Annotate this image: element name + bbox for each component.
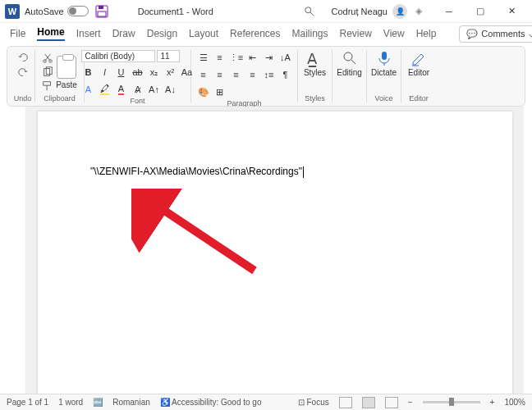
decrease-indent-button[interactable]: ⇤ <box>245 50 260 65</box>
styles-group-label: Styles <box>305 94 325 102</box>
text-effects-button[interactable]: A <box>81 82 96 97</box>
language-indicator[interactable]: Romanian <box>112 398 150 407</box>
font-size-select[interactable]: 11 <box>157 50 180 62</box>
focus-mode-button[interactable]: ⊡ Focus <box>298 398 329 407</box>
tab-view[interactable]: View <box>383 28 405 39</box>
dictate-button[interactable]: Dictate <box>368 50 400 94</box>
clear-format-button[interactable]: A̷ <box>131 82 145 97</box>
toggle-off-icon[interactable] <box>67 6 89 16</box>
align-right-button[interactable]: ≡ <box>229 67 244 82</box>
group-styles: A̲ Styles Styles <box>298 50 332 102</box>
title-bar: W AutoSave Document1 - Word Codruț Neagu… <box>0 0 532 23</box>
underline-button[interactable]: U <box>114 65 129 80</box>
shading-button[interactable]: 🎨 <box>196 84 211 99</box>
redo-icon[interactable] <box>17 66 29 78</box>
document-title: Document1 - Word <box>138 7 213 16</box>
multilevel-button[interactable]: ⋮≡ <box>229 50 244 65</box>
print-layout-button[interactable] <box>362 397 375 408</box>
dictate-label: Dictate <box>371 68 397 77</box>
group-clipboard: Paste Clipboard <box>35 50 85 102</box>
paste-button[interactable]: Paste <box>56 56 77 89</box>
font-color-button[interactable]: A <box>114 82 129 97</box>
tab-layout[interactable]: Layout <box>189 28 218 39</box>
focus-icon: ⊡ <box>298 398 305 407</box>
highlight-button[interactable]: 🖍 <box>98 82 112 97</box>
paste-label: Paste <box>56 80 77 89</box>
autosave-label: AutoSave <box>25 7 64 16</box>
accessibility-indicator[interactable]: ♿ Accessibility: Good to go <box>160 398 262 407</box>
styles-icon: A̲ <box>307 50 323 66</box>
tab-references[interactable]: References <box>230 28 280 39</box>
clipboard-icon <box>57 56 76 79</box>
shrink-font-button[interactable]: A↓ <box>163 82 178 97</box>
comment-icon: 💬 <box>466 29 478 39</box>
borders-button[interactable]: ⊞ <box>213 84 227 99</box>
clipboard-group-label: Clipboard <box>44 94 76 102</box>
maximize-button[interactable]: ▢ <box>465 0 496 23</box>
comments-button[interactable]: 💬 Comments ⌵ <box>459 25 532 43</box>
font-name-select[interactable]: Calibri (Body) <box>81 50 155 62</box>
bold-button[interactable]: B <box>81 65 96 80</box>
voice-group-label: Voice <box>374 94 392 102</box>
group-undo: Undo <box>11 50 35 102</box>
align-left-button[interactable]: ≡ <box>196 67 211 82</box>
editing-button[interactable]: Editing <box>333 50 365 102</box>
zoom-slider[interactable] <box>423 401 480 403</box>
numbering-button[interactable]: ≡ <box>213 50 227 65</box>
tab-help[interactable]: Help <box>416 28 437 39</box>
bullets-button[interactable]: ☰ <box>196 50 211 65</box>
group-editing: Editing <box>332 50 367 102</box>
superscript-button[interactable]: x² <box>163 65 178 80</box>
tab-file[interactable]: File <box>10 28 25 39</box>
page[interactable]: "\\ZENWIFI-AX\Media\Movies\Crina\Recordi… <box>38 112 512 394</box>
tab-insert[interactable]: Insert <box>76 28 101 39</box>
tab-review[interactable]: Review <box>340 28 372 39</box>
justify-button[interactable]: ≡ <box>245 67 260 82</box>
editor-group-label: Editor <box>409 94 429 102</box>
read-mode-button[interactable] <box>339 397 352 408</box>
accessibility-label: Accessibility: Good to go <box>172 398 262 407</box>
copy-icon[interactable] <box>42 66 53 78</box>
italic-button[interactable]: I <box>98 65 112 80</box>
strike-button[interactable]: ab <box>131 65 145 80</box>
zoom-out-button[interactable]: − <box>408 398 413 407</box>
styles-button[interactable]: A̲ Styles <box>300 50 329 94</box>
vertical-ruler[interactable] <box>15 107 26 394</box>
editor-label: Editor <box>408 68 429 77</box>
align-center-button[interactable]: ≡ <box>213 67 227 82</box>
zoom-level[interactable]: 100% <box>504 398 525 407</box>
word-app-icon: W <box>5 4 20 19</box>
autosave-toggle[interactable]: AutoSave <box>25 6 89 16</box>
tab-mailings[interactable]: Mailings <box>291 28 328 39</box>
accessibility-icon: ♿ <box>160 398 170 407</box>
document-text[interactable]: "\\ZENWIFI-AX\Media\Movies\Crina\Recordi… <box>90 166 304 178</box>
sort-button[interactable]: ↓A <box>278 50 293 65</box>
diamond-icon[interactable]: ◈ <box>415 6 422 16</box>
subscript-button[interactable]: x₂ <box>147 65 162 80</box>
undo-icon[interactable] <box>17 52 29 63</box>
tab-design[interactable]: Design <box>147 28 177 39</box>
microphone-icon <box>376 50 392 66</box>
format-painter-icon[interactable] <box>42 80 53 92</box>
save-icon[interactable] <box>95 5 108 18</box>
minimize-button[interactable]: ─ <box>433 0 465 23</box>
svg-line-14 <box>351 60 355 64</box>
show-marks-button[interactable]: ¶ <box>278 67 293 82</box>
avatar-icon[interactable]: 👤 <box>392 4 407 19</box>
web-layout-button[interactable] <box>385 397 398 408</box>
cut-icon[interactable] <box>42 52 53 64</box>
word-count[interactable]: 1 word <box>58 398 83 407</box>
grow-font-button[interactable]: A↑ <box>147 82 162 97</box>
page-indicator[interactable]: Page 1 of 1 <box>7 398 48 407</box>
spell-check-icon[interactable]: 🔤 <box>93 398 103 407</box>
close-button[interactable]: ✕ <box>496 0 527 23</box>
increase-indent-button[interactable]: ⇥ <box>262 50 277 65</box>
tab-draw[interactable]: Draw <box>112 28 135 39</box>
group-paragraph: ☰ ≡ ⋮≡ ⇤ ⇥ ↓A ≡ ≡ ≡ ≡ ↕≡ ¶ 🎨 ⊞ Paragraph <box>191 50 298 102</box>
text-content: "\\ZENWIFI-AX\Media\Movies\Crina\Recordi… <box>90 166 302 177</box>
tab-home[interactable]: Home <box>37 26 64 41</box>
editor-button[interactable]: Editor <box>405 50 433 94</box>
zoom-in-button[interactable]: + <box>490 398 495 407</box>
search-icon[interactable] <box>304 6 315 17</box>
line-spacing-button[interactable]: ↕≡ <box>262 67 277 82</box>
